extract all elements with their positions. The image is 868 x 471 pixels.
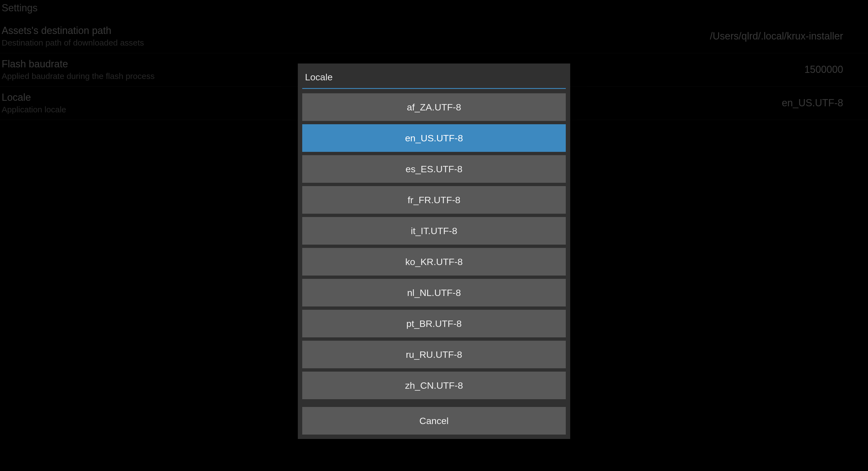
settings-row-value: /Users/qlrd/.local/krux-installer	[710, 30, 866, 42]
settings-row-title: Assets's destination path	[2, 25, 144, 36]
locale-options-list: af_ZA.UTF-8en_US.UTF-8es_ES.UTF-8fr_FR.U…	[298, 89, 570, 399]
settings-header: Settings	[0, 0, 868, 20]
settings-row-title: Locale	[2, 92, 66, 103]
settings-row-subtitle: Applied baudrate during the flash proces…	[2, 71, 155, 81]
settings-row-value: 1500000	[804, 64, 866, 75]
settings-row-assets-path[interactable]: Assets's destination path Destination pa…	[0, 20, 868, 53]
cancel-button[interactable]: Cancel	[302, 407, 566, 435]
settings-row-title: Flash baudrate	[2, 58, 155, 70]
locale-option[interactable]: nl_NL.UTF-8	[302, 279, 566, 306]
locale-option[interactable]: es_ES.UTF-8	[302, 155, 566, 183]
locale-option[interactable]: ru_RU.UTF-8	[302, 341, 566, 368]
locale-option[interactable]: fr_FR.UTF-8	[302, 186, 566, 214]
settings-row-subtitle: Destination path of downloaded assets	[2, 38, 144, 47]
locale-option[interactable]: zh_CN.UTF-8	[302, 372, 566, 399]
dialog-title: Locale	[298, 64, 570, 88]
locale-option[interactable]: af_ZA.UTF-8	[302, 93, 566, 121]
locale-option[interactable]: en_US.UTF-8	[302, 124, 566, 152]
locale-option[interactable]: it_IT.UTF-8	[302, 217, 566, 245]
locale-option[interactable]: pt_BR.UTF-8	[302, 310, 566, 337]
locale-option[interactable]: ko_KR.UTF-8	[302, 248, 566, 275]
settings-row-value: en_US.UTF-8	[782, 97, 866, 109]
locale-dialog: Locale af_ZA.UTF-8en_US.UTF-8es_ES.UTF-8…	[298, 64, 570, 439]
settings-row-subtitle: Application locale	[2, 105, 66, 114]
